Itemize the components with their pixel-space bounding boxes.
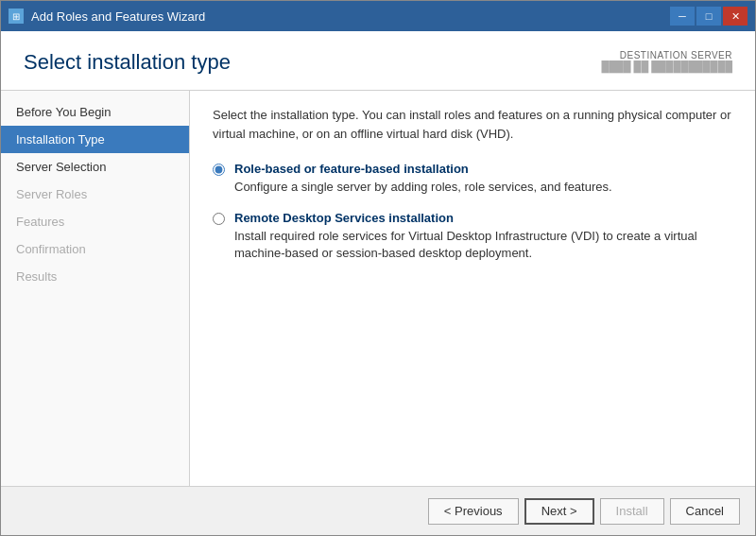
sidebar-item-server-selection[interactable]: Server Selection (1, 153, 189, 181)
option-role-based-labels: Role-based or feature-based installation… (234, 162, 612, 196)
destination-server: ████ ██ ███████████ (601, 61, 732, 72)
footer: < Previous Next > Install Cancel (1, 486, 755, 535)
sidebar-item-confirmation: Confirmation (1, 235, 189, 263)
installation-type-options: Role-based or feature-based installation… (213, 162, 732, 263)
radio-rds[interactable] (213, 213, 225, 225)
title-bar: ⊞ Add Roles and Features Wizard ─ □ ✕ (1, 1, 755, 31)
cancel-button[interactable]: Cancel (670, 498, 740, 525)
option-role-based: Role-based or feature-based installation… (213, 162, 732, 196)
maximize-button[interactable]: □ (696, 7, 721, 26)
wizard-window: ⊞ Add Roles and Features Wizard ─ □ ✕ Se… (0, 0, 756, 536)
option-role-based-desc: Configure a single server by adding role… (234, 179, 612, 196)
install-button: Install (600, 498, 664, 525)
window-controls: ─ □ ✕ (670, 7, 747, 26)
body-area: Before You Begin Installation Type Serve… (1, 91, 755, 486)
option-rds-desc: Install required role services for Virtu… (234, 228, 732, 262)
sidebar: Before You Begin Installation Type Serve… (1, 91, 190, 486)
option-rds-title[interactable]: Remote Desktop Services installation (234, 211, 732, 225)
destination-info: DESTINATION SERVER ████ ██ ███████████ (601, 50, 732, 72)
window-title: Add Roles and Features Wizard (31, 9, 205, 24)
sidebar-item-server-roles: Server Roles (1, 181, 189, 208)
option-rds-labels: Remote Desktop Services installation Ins… (234, 211, 732, 262)
intro-text: Select the installation type. You can in… (213, 106, 732, 143)
previous-button[interactable]: < Previous (428, 498, 519, 525)
option-role-based-title[interactable]: Role-based or feature-based installation (234, 162, 612, 176)
sidebar-item-installation-type[interactable]: Installation Type (1, 126, 189, 153)
destination-label: DESTINATION SERVER (601, 50, 732, 61)
sidebar-item-before-you-begin[interactable]: Before You Begin (1, 98, 189, 126)
content-pane: Select the installation type. You can in… (190, 91, 755, 486)
close-button[interactable]: ✕ (723, 7, 747, 26)
page-header: Select installation type DESTINATION SER… (1, 31, 755, 91)
minimize-button[interactable]: ─ (670, 7, 695, 26)
radio-role-based[interactable] (213, 164, 225, 176)
page-title: Select installation type (24, 50, 231, 75)
sidebar-item-results: Results (1, 263, 189, 290)
title-bar-left: ⊞ Add Roles and Features Wizard (9, 9, 205, 24)
option-rds: Remote Desktop Services installation Ins… (213, 211, 732, 262)
sidebar-item-features: Features (1, 208, 189, 235)
window-icon: ⊞ (9, 9, 24, 24)
next-button[interactable]: Next > (524, 498, 594, 525)
